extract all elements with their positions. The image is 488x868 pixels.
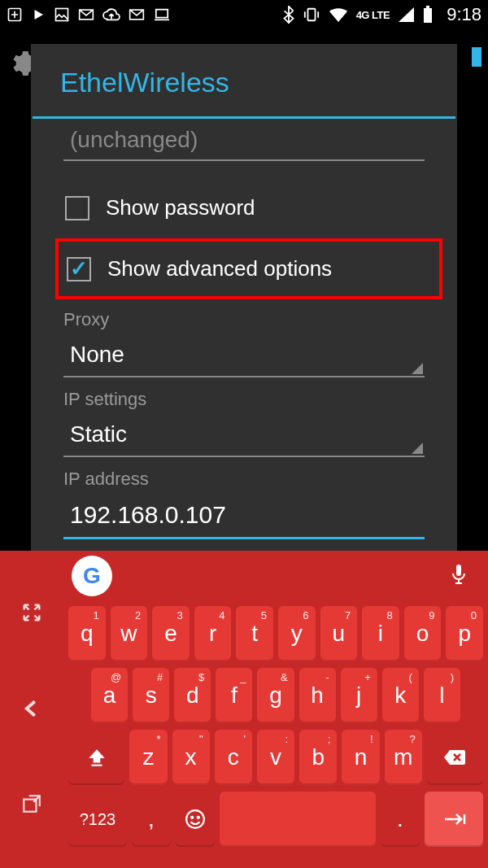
network-type: 4G LTE bbox=[356, 10, 390, 20]
ip-settings-label: IP settings bbox=[63, 389, 425, 410]
key-o[interactable]: o9 bbox=[404, 606, 442, 661]
svg-rect-1 bbox=[56, 9, 68, 21]
laptop-icon bbox=[153, 7, 171, 22]
key-r[interactable]: r4 bbox=[194, 606, 232, 661]
keyboard-back-button[interactable] bbox=[20, 696, 44, 724]
key-l[interactable]: l) bbox=[424, 668, 460, 723]
mic-icon[interactable] bbox=[449, 563, 468, 589]
keyboard-popup-button[interactable] bbox=[21, 793, 42, 818]
space-key[interactable] bbox=[220, 792, 376, 847]
key-w[interactable]: w2 bbox=[111, 606, 148, 661]
show-advanced-checkbox[interactable] bbox=[67, 257, 91, 281]
key-h[interactable]: h- bbox=[299, 668, 336, 723]
enter-key[interactable] bbox=[425, 792, 483, 847]
add-box-icon bbox=[7, 7, 23, 23]
key-v[interactable]: v: bbox=[257, 730, 294, 785]
show-password-checkbox[interactable] bbox=[65, 196, 89, 220]
ip-settings-select[interactable]: Static bbox=[63, 417, 425, 457]
key-q[interactable]: q1 bbox=[68, 606, 106, 661]
key-n[interactable]: n! bbox=[342, 730, 379, 785]
proxy-select[interactable]: None bbox=[63, 337, 425, 377]
svg-point-11 bbox=[186, 810, 204, 828]
bluetooth-icon bbox=[283, 6, 294, 24]
image-icon bbox=[54, 7, 70, 23]
svg-point-13 bbox=[198, 817, 199, 818]
key-t[interactable]: t5 bbox=[236, 606, 273, 661]
key-e[interactable]: e3 bbox=[152, 606, 190, 661]
key-y[interactable]: y6 bbox=[278, 606, 316, 661]
shift-key[interactable] bbox=[68, 730, 124, 785]
key-p[interactable]: p0 bbox=[446, 606, 483, 661]
ip-address-input[interactable]: 192.168.0.107 bbox=[63, 496, 425, 539]
svg-rect-5 bbox=[307, 9, 315, 21]
key-d[interactable]: d$ bbox=[174, 668, 211, 723]
period-key[interactable]: . bbox=[381, 792, 420, 847]
soft-keyboard: G q1w2e3r4t5y6u7i8o9p0 a@s#d$f_g&h-j+k(l… bbox=[0, 551, 488, 868]
vibrate-icon bbox=[303, 7, 320, 23]
svg-rect-6 bbox=[424, 8, 432, 23]
status-clock: 9:18 bbox=[447, 4, 481, 25]
show-advanced-row[interactable]: Show advanced options bbox=[63, 246, 434, 291]
dialog-title: EthelWireless bbox=[31, 44, 457, 116]
show-password-row[interactable]: Show password bbox=[63, 181, 425, 235]
symbols-key[interactable]: ?123 bbox=[68, 792, 127, 847]
status-bar: 4G LTE 9:18 bbox=[0, 0, 488, 29]
key-m[interactable]: m? bbox=[385, 730, 422, 785]
gmail-icon-2 bbox=[129, 8, 145, 21]
backspace-key[interactable] bbox=[427, 730, 483, 785]
key-a[interactable]: a@ bbox=[91, 668, 128, 723]
google-search-button[interactable]: G bbox=[72, 556, 112, 596]
key-x[interactable]: x" bbox=[172, 730, 210, 785]
key-z[interactable]: z* bbox=[129, 730, 167, 785]
svg-point-12 bbox=[191, 817, 193, 818]
svg-rect-9 bbox=[456, 565, 461, 576]
key-i[interactable]: i8 bbox=[362, 606, 399, 661]
key-j[interactable]: j+ bbox=[341, 668, 377, 723]
key-u[interactable]: u7 bbox=[320, 606, 358, 661]
background-accent bbox=[472, 47, 481, 67]
annotation-highlight: Show advanced options bbox=[55, 238, 442, 299]
keyboard-expand-button[interactable] bbox=[20, 601, 43, 627]
google-logo-icon: G bbox=[83, 563, 101, 589]
cloud-upload-icon bbox=[102, 7, 120, 22]
password-field[interactable]: (unchanged) bbox=[63, 124, 425, 159]
key-b[interactable]: b; bbox=[299, 730, 337, 785]
battery-icon bbox=[422, 6, 434, 24]
key-s[interactable]: s# bbox=[133, 668, 169, 723]
key-f[interactable]: f_ bbox=[216, 668, 252, 723]
ip-address-label: IP address bbox=[63, 469, 425, 490]
svg-rect-4 bbox=[156, 10, 168, 18]
wifi-network-dialog: EthelWireless (unchanged) Show password … bbox=[31, 44, 457, 551]
gmail-icon bbox=[78, 8, 94, 21]
signal-icon bbox=[398, 7, 414, 22]
proxy-label: Proxy bbox=[63, 309, 425, 330]
key-k[interactable]: k( bbox=[382, 668, 419, 723]
wifi-icon bbox=[329, 7, 348, 22]
emoji-key[interactable] bbox=[176, 792, 215, 847]
key-c[interactable]: c' bbox=[215, 730, 252, 785]
show-password-label: Show password bbox=[106, 195, 255, 220]
svg-rect-7 bbox=[426, 6, 429, 8]
show-advanced-label: Show advanced options bbox=[107, 256, 332, 281]
svg-rect-10 bbox=[91, 765, 102, 766]
comma-key[interactable]: , bbox=[132, 792, 171, 847]
play-icon bbox=[31, 7, 46, 22]
key-g[interactable]: g& bbox=[257, 668, 294, 723]
